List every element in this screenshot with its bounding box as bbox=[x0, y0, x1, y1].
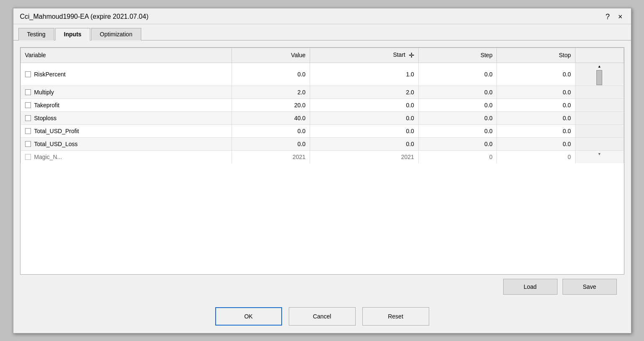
scrollbar-cell bbox=[575, 99, 624, 111]
resize-cursor-icon: ✛ bbox=[409, 52, 414, 59]
save-button[interactable]: Save bbox=[563, 279, 617, 295]
col-header-variable: Variable bbox=[20, 48, 232, 63]
variable-name: Takeprofit bbox=[34, 102, 60, 109]
window-title: Cci_Mahmoud1990-EA (expire 2021.07.04) bbox=[20, 13, 149, 20]
step-cell[interactable]: 0.0 bbox=[418, 86, 497, 99]
tab-content: Variable Value Start ✛ Step bbox=[13, 40, 631, 301]
table-row: Takeprofit 20.00.00.00.0 bbox=[20, 99, 624, 111]
reset-button[interactable]: Reset bbox=[362, 307, 429, 326]
col-header-value: Value bbox=[232, 48, 310, 63]
scrollbar-cell bbox=[575, 86, 624, 99]
footer-buttons: OK Cancel Reset bbox=[13, 301, 631, 333]
variable-name: RiskPercent bbox=[34, 71, 66, 78]
variable-cell: Magic_N... bbox=[20, 150, 232, 163]
close-button[interactable]: × bbox=[616, 13, 624, 21]
step-cell[interactable]: 0.0 bbox=[418, 111, 497, 124]
inputs-table: Variable Value Start ✛ Step bbox=[20, 48, 624, 163]
scrollbar-thumb[interactable] bbox=[596, 70, 602, 85]
inputs-table-container: Variable Value Start ✛ Step bbox=[20, 47, 624, 275]
variable-cell: Stoploss bbox=[20, 111, 232, 124]
load-button[interactable]: Load bbox=[503, 279, 557, 295]
title-buttons: ? × bbox=[604, 13, 624, 21]
scroll-down-icon[interactable]: ▼ bbox=[596, 151, 603, 157]
value-cell[interactable]: 2.0 bbox=[232, 86, 310, 99]
tab-bar: Testing Inputs Optimization bbox=[13, 24, 631, 40]
col-header-step: Step bbox=[418, 48, 497, 63]
variable-cell: Total_USD_Loss bbox=[20, 137, 232, 150]
scrollbar-cell bbox=[575, 124, 624, 137]
step-cell[interactable]: 0.0 bbox=[418, 63, 497, 86]
stop-cell[interactable]: 0.0 bbox=[497, 124, 575, 137]
value-cell[interactable]: 20.0 bbox=[232, 99, 310, 111]
step-cell[interactable]: 0.0 bbox=[418, 124, 497, 137]
scrollbar-cell bbox=[575, 111, 624, 124]
start-cell[interactable]: 0.0 bbox=[310, 137, 419, 150]
row-checkbox[interactable] bbox=[25, 128, 31, 134]
start-cell[interactable]: 0.0 bbox=[310, 124, 419, 137]
value-cell[interactable]: 0.0 bbox=[232, 137, 310, 150]
tab-inputs[interactable]: Inputs bbox=[55, 28, 90, 40]
stop-cell[interactable]: 0.0 bbox=[497, 137, 575, 150]
step-cell[interactable]: 0.0 bbox=[418, 99, 497, 111]
ok-button[interactable]: OK bbox=[215, 307, 282, 326]
start-cell[interactable]: 2021 bbox=[310, 150, 419, 163]
value-cell[interactable]: 2021 bbox=[232, 150, 310, 163]
start-cell[interactable]: 0.0 bbox=[310, 99, 419, 111]
variable-cell: Multiply bbox=[20, 86, 232, 99]
table-row: Total_USD_Profit 0.00.00.00.0 bbox=[20, 124, 624, 137]
cancel-button[interactable]: Cancel bbox=[289, 307, 356, 326]
table-row: RiskPercent 0.01.00.00.0 ▲ bbox=[20, 63, 624, 86]
value-cell[interactable]: 0.0 bbox=[232, 63, 310, 86]
value-cell[interactable]: 0.0 bbox=[232, 124, 310, 137]
start-cell[interactable]: 2.0 bbox=[310, 86, 419, 99]
table-row: Stoploss 40.00.00.00.0 bbox=[20, 111, 624, 124]
step-cell[interactable]: 0.0 bbox=[418, 137, 497, 150]
stop-cell[interactable]: 0.0 bbox=[497, 111, 575, 124]
stop-cell[interactable]: 0.0 bbox=[497, 86, 575, 99]
variable-name: Magic_N... bbox=[34, 154, 62, 160]
start-cell[interactable]: 1.0 bbox=[310, 63, 419, 86]
row-checkbox[interactable] bbox=[25, 102, 31, 108]
scrollbar-cell: ▲ bbox=[575, 63, 624, 86]
tab-optimization[interactable]: Optimization bbox=[91, 28, 141, 40]
col-header-stop: Stop bbox=[497, 48, 575, 63]
table-row: Multiply 2.02.00.00.0 bbox=[20, 86, 624, 99]
stop-cell[interactable]: 0.0 bbox=[497, 99, 575, 111]
row-checkbox[interactable] bbox=[25, 141, 31, 147]
scrollbar-cell: ▼ bbox=[575, 150, 624, 163]
table-row: Magic_N... 2021202100 ▼ bbox=[20, 150, 624, 163]
variable-name: Stoploss bbox=[34, 115, 57, 121]
stop-cell[interactable]: 0 bbox=[497, 150, 575, 163]
start-cell[interactable]: 0.0 bbox=[310, 111, 419, 124]
table-row: Total_USD_Loss 0.00.00.00.0 bbox=[20, 137, 624, 150]
value-cell[interactable]: 40.0 bbox=[232, 111, 310, 124]
variable-cell: Takeprofit bbox=[20, 99, 232, 111]
load-save-buttons: Load Save bbox=[20, 279, 624, 295]
help-button[interactable]: ? bbox=[604, 13, 611, 21]
scroll-up-icon[interactable]: ▲ bbox=[596, 63, 603, 70]
row-checkbox[interactable] bbox=[25, 89, 31, 95]
tab-testing[interactable]: Testing bbox=[18, 28, 54, 40]
stop-cell[interactable]: 0.0 bbox=[497, 63, 575, 86]
col-header-start: Start ✛ bbox=[310, 48, 419, 63]
dialog-window: Cci_Mahmoud1990-EA (expire 2021.07.04) ?… bbox=[13, 8, 631, 333]
row-checkbox[interactable] bbox=[25, 115, 31, 121]
variable-name: Total_USD_Profit bbox=[34, 128, 79, 134]
variable-name: Multiply bbox=[34, 89, 54, 96]
scrollbar-header bbox=[575, 48, 624, 63]
title-bar: Cci_Mahmoud1990-EA (expire 2021.07.04) ?… bbox=[13, 8, 631, 24]
variable-name: Total_USD_Loss bbox=[34, 141, 78, 147]
row-checkbox[interactable] bbox=[25, 71, 31, 77]
scrollbar-cell bbox=[575, 137, 624, 150]
step-cell[interactable]: 0 bbox=[418, 150, 497, 163]
variable-cell: Total_USD_Profit bbox=[20, 124, 232, 137]
variable-cell: RiskPercent bbox=[20, 63, 232, 86]
row-checkbox[interactable] bbox=[25, 154, 31, 160]
